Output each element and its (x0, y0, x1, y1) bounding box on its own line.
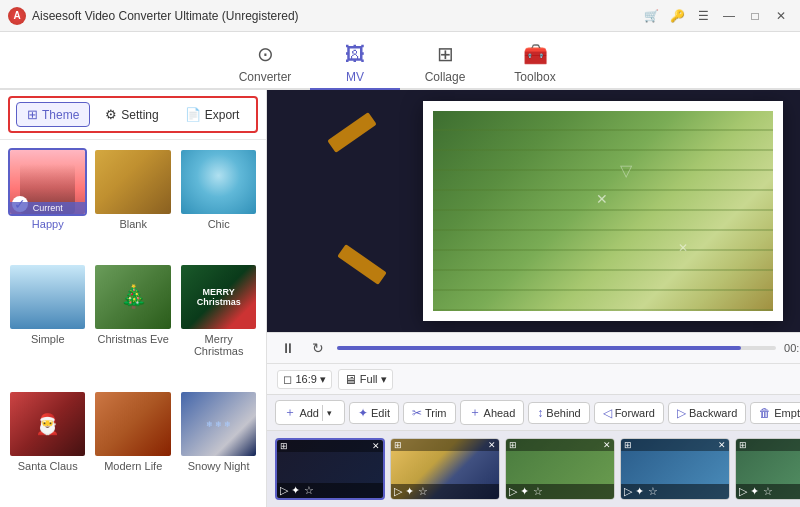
sub-tabs-container: ⊞ Theme ⚙ Setting 📄 Export (0, 90, 266, 140)
add-dropdown-arrow[interactable]: ▾ (322, 405, 336, 421)
tab-mv-label: MV (346, 70, 364, 84)
titlebar: A Aiseesoft Video Converter Ultimate (Un… (0, 0, 800, 32)
subtab-setting-label: Setting (121, 108, 158, 122)
empty-label: Empty (774, 407, 800, 419)
toolbox-icon: 🧰 (523, 42, 548, 66)
film-clip-4[interactable]: ⊞ ✕ ▷ ✦ ☆ (620, 438, 730, 500)
clip-4-close-icon[interactable]: ✕ (718, 440, 726, 450)
empty-button[interactable]: 🗑 Empty (750, 402, 800, 424)
theme-grid-icon: ⊞ (27, 107, 38, 122)
theme-item-blank[interactable]: Blank (93, 148, 172, 257)
refresh-button[interactable]: ↻ (307, 337, 329, 359)
theme-label-santa-claus: Santa Claus (18, 460, 78, 472)
behind-button[interactable]: ↕ Behind (528, 402, 589, 424)
theme-label-merry-christmas: Merry Christmas (179, 333, 258, 357)
quality-dropdown-icon: ▾ (381, 373, 387, 386)
forward-icon: ◁ (603, 406, 612, 420)
progress-bar[interactable] (337, 346, 776, 350)
theme-item-modern-life[interactable]: Modern Life (93, 390, 172, 499)
close-button[interactable]: ✕ (770, 5, 792, 27)
theme-thumb-simple[interactable] (8, 263, 87, 331)
progress-fill (337, 346, 741, 350)
trim-label: Trim (425, 407, 447, 419)
theme-thumb-snowy-night[interactable]: ❄ ❄ ❄ (179, 390, 258, 458)
clip-1-close-icon[interactable]: ✕ (372, 441, 380, 451)
key-icon[interactable]: 🔑 (666, 5, 688, 27)
current-badge: Current (10, 202, 85, 214)
filmstrip: ⊞ ✕ ▷ ✦ ☆ ⊞ ✕ ▷ ✦ ☆ (267, 431, 800, 507)
menu-icon[interactable]: ☰ (692, 5, 714, 27)
film-clip-3[interactable]: ⊞ ✕ ▷ ✦ ☆ (505, 438, 615, 500)
setting-gear-icon: ⚙ (105, 107, 117, 122)
theme-item-merry-christmas[interactable]: MERRYChristmas Merry Christmas (179, 263, 258, 384)
theme-item-simple[interactable]: Simple (8, 263, 87, 384)
theme-item-snowy-night[interactable]: ❄ ❄ ❄ Snowy Night (179, 390, 258, 499)
minimize-button[interactable]: — (718, 5, 740, 27)
theme-thumb-christmas-eve[interactable]: 🎄 (93, 263, 172, 331)
clip-4-overlay: ▷ ✦ ☆ (621, 484, 729, 499)
trash-icon: 🗑 (759, 406, 771, 420)
tab-toolbox[interactable]: 🧰 Toolbox (490, 38, 580, 90)
video-content (433, 111, 773, 311)
theme-thumb-chic[interactable] (179, 148, 258, 216)
ahead-label: Ahead (484, 407, 516, 419)
theme-item-santa-claus[interactable]: 🎅 Santa Claus (8, 390, 87, 499)
pause-button[interactable]: ⏸ (277, 337, 299, 359)
photo-frame: ✕ ✕ ▽ (423, 101, 783, 321)
titlebar-controls[interactable]: 🛒 🔑 ☰ — □ ✕ (640, 5, 792, 27)
subtab-export-label: Export (205, 108, 240, 122)
ratio-select[interactable]: ◻ 16:9 ▾ (277, 370, 331, 389)
quality-value: Full (360, 373, 378, 385)
theme-thumb-blank[interactable] (93, 148, 172, 216)
clip-5-overlay: ▷ ✦ ☆ (736, 484, 800, 499)
clip-2-close-icon[interactable]: ✕ (488, 440, 496, 450)
add-button[interactable]: ＋ Add ▾ (275, 400, 345, 425)
ahead-button[interactable]: ＋ Ahead (460, 400, 525, 425)
forward-label: Forward (615, 407, 655, 419)
theme-thumb-santa-claus[interactable]: 🎅 (8, 390, 87, 458)
clip-2-controls: ▷ ✦ ☆ (394, 485, 427, 498)
edit-button[interactable]: ✦ Edit (349, 402, 399, 424)
clip-2-resize-icon: ⊞ (394, 440, 402, 450)
clip-3-close-icon[interactable]: ✕ (603, 440, 611, 450)
clip-1-overlay: ▷ ✦ ☆ (277, 483, 383, 498)
ratio-icon: ◻ (283, 373, 292, 386)
tab-converter-label: Converter (239, 70, 292, 84)
app-title: Aiseesoft Video Converter Ultimate (Unre… (32, 9, 299, 23)
tab-converter[interactable]: ⊙ Converter (220, 38, 310, 90)
backward-button[interactable]: ▷ Backward (668, 402, 746, 424)
theme-item-chic[interactable]: Chic (179, 148, 258, 257)
theme-thumb-happy[interactable]: ✓ Current (8, 148, 87, 216)
clip-1-topbar: ⊞ ✕ (277, 440, 383, 452)
top-nav: ⊙ Converter 🖼 MV ⊞ Collage 🧰 Toolbox (0, 32, 800, 90)
tab-collage[interactable]: ⊞ Collage (400, 38, 490, 90)
theme-item-happy[interactable]: ✓ Current Happy (8, 148, 87, 257)
subtab-export[interactable]: 📄 Export (174, 102, 251, 127)
theme-thumb-merry-christmas[interactable]: MERRYChristmas (179, 263, 258, 331)
clip-4-controls: ▷ ✦ ☆ (624, 485, 657, 498)
edit-label: Edit (371, 407, 390, 419)
film-clip-5[interactable]: ⊞ ✕ ▷ ✦ ☆ (735, 438, 800, 500)
theme-label-christmas-eve: Christmas Eve (97, 333, 169, 345)
maximize-button[interactable]: □ (744, 5, 766, 27)
backward-icon: ▷ (677, 406, 686, 420)
subtab-theme[interactable]: ⊞ Theme (16, 102, 90, 127)
tab-collage-label: Collage (425, 70, 466, 84)
cart-icon[interactable]: 🛒 (640, 5, 662, 27)
edit-icon: ✦ (358, 406, 368, 420)
trim-button[interactable]: ✂ Trim (403, 402, 456, 424)
clip-5-resize-icon: ⊞ (739, 440, 747, 450)
clip-3-topbar: ⊞ ✕ (506, 439, 614, 451)
subtab-setting[interactable]: ⚙ Setting (94, 102, 169, 127)
tab-mv[interactable]: 🖼 MV (310, 38, 400, 90)
clip-3-resize-icon: ⊞ (509, 440, 517, 450)
tape-decoration-bl (338, 244, 388, 285)
theme-item-christmas-eve[interactable]: 🎄 Christmas Eve (93, 263, 172, 384)
film-clip-1[interactable]: ⊞ ✕ ▷ ✦ ☆ (275, 438, 385, 500)
forward-button[interactable]: ◁ Forward (594, 402, 664, 424)
clip-4-topbar: ⊞ ✕ (621, 439, 729, 451)
quality-select[interactable]: 🖥 Full ▾ (338, 369, 393, 390)
clip-3-overlay: ▷ ✦ ☆ (506, 484, 614, 499)
film-clip-2[interactable]: ⊞ ✕ ▷ ✦ ☆ (390, 438, 500, 500)
theme-thumb-modern-life[interactable] (93, 390, 172, 458)
